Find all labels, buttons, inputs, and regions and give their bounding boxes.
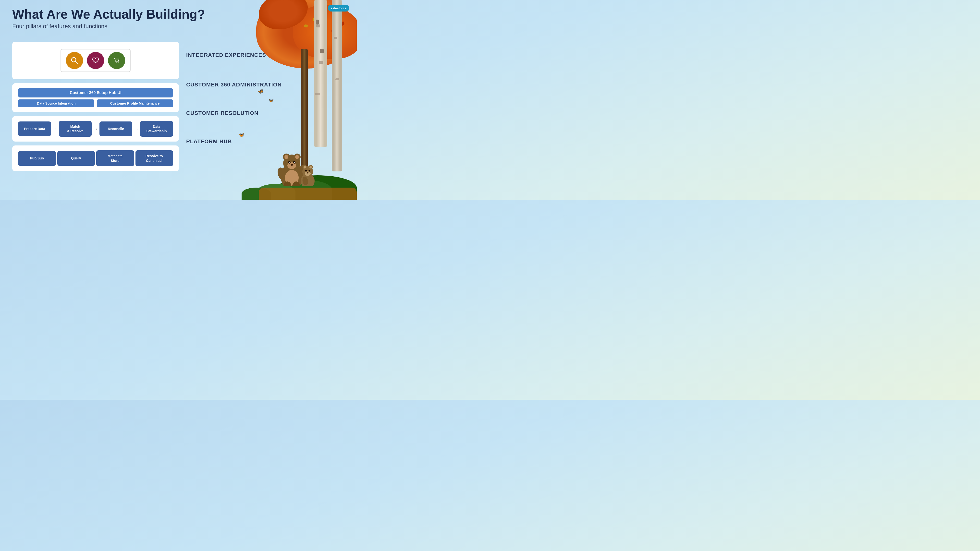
data-stewardship-btn[interactable]: DataStewardship xyxy=(140,121,173,137)
admin-chips-row: Data Source Integration Customer Profile… xyxy=(18,99,173,107)
svg-point-14 xyxy=(294,162,295,163)
label-resolution: CUSTOMER RESOLUTION xyxy=(186,101,323,125)
svg-point-8 xyxy=(294,154,301,160)
svg-point-2 xyxy=(116,62,117,63)
foliage-blob3 xyxy=(259,0,308,29)
icon-box xyxy=(60,49,130,72)
data-source-chip: Data Source Integration xyxy=(18,99,94,107)
query-btn[interactable]: Query xyxy=(57,151,95,166)
svg-point-26 xyxy=(309,166,312,168)
labels-column: INTEGRATED EXPERIENCES CUSTOMER 360 ADMI… xyxy=(186,41,323,154)
match-resolve-btn[interactable]: Match& Resolve xyxy=(59,121,92,137)
bark-mark xyxy=(316,24,320,27)
profile-maintenance-chip: Customer Profile Maintenance xyxy=(97,99,173,107)
svg-point-11 xyxy=(288,161,291,164)
svg-point-13 xyxy=(289,162,290,163)
icons-row xyxy=(18,46,173,75)
pillar-card-integrated xyxy=(12,41,179,79)
svg-point-27 xyxy=(305,171,311,176)
svg-point-19 xyxy=(283,181,291,186)
yellow-leaf xyxy=(312,16,318,22)
prepare-data-btn[interactable]: Prepare Data xyxy=(18,121,51,136)
leaf-dot xyxy=(321,32,325,35)
svg-point-30 xyxy=(307,172,309,174)
plant4 xyxy=(242,187,271,200)
svg-point-21 xyxy=(301,173,315,186)
svg-point-16 xyxy=(276,166,288,182)
yellow-leaf xyxy=(304,24,308,28)
svg-point-6 xyxy=(283,154,290,160)
svg-point-28 xyxy=(305,170,307,171)
resolve-canonical-btn[interactable]: Resolve toCanonical xyxy=(135,150,173,166)
svg-point-31 xyxy=(302,176,309,186)
svg-point-29 xyxy=(309,170,310,171)
pillars-column: Customer 360 Setup Hub UI Data Source In… xyxy=(12,41,179,171)
subtitle: Four pillars of features and functions xyxy=(12,23,205,30)
leaf-dot xyxy=(340,21,345,26)
arrow-1: → xyxy=(52,126,57,132)
svg-line-1 xyxy=(75,61,78,64)
leaf-dot xyxy=(336,36,340,40)
resolution-flow-row: Prepare Data → Match& Resolve → Reconcil… xyxy=(18,121,173,137)
main-title: What Are We Actually Building? xyxy=(12,7,205,21)
pillar-card-admin: Customer 360 Setup Hub UI Data Source In… xyxy=(12,83,179,112)
plant2 xyxy=(283,180,332,200)
svg-point-17 xyxy=(296,164,307,179)
plant3 xyxy=(256,184,296,200)
salesforce-logo: salesforce xyxy=(328,5,349,11)
svg-point-9 xyxy=(295,155,299,159)
label-admin: CUSTOMER 360 ADMINISTRATION xyxy=(186,73,323,97)
reconcile-btn[interactable]: Reconcile xyxy=(99,121,132,136)
svg-point-15 xyxy=(291,164,293,166)
heart-icon xyxy=(87,52,104,69)
arrow-3: → xyxy=(134,126,139,132)
svg-point-20 xyxy=(292,181,300,186)
search-icon xyxy=(66,52,83,69)
label-platform: PLATFORM HUB xyxy=(186,129,323,154)
ground-plants xyxy=(205,168,357,200)
autumn-ground xyxy=(259,187,357,200)
svg-point-24 xyxy=(304,166,306,168)
svg-point-25 xyxy=(309,165,313,170)
svg-point-12 xyxy=(293,161,296,164)
pillar-card-resolution: Prepare Data → Match& Resolve → Reconcil… xyxy=(12,116,179,141)
svg-point-22 xyxy=(302,166,313,177)
setup-hub-bar: Customer 360 Setup Hub UI xyxy=(18,88,173,97)
bark-mark xyxy=(336,78,339,80)
birch-trunk-2 xyxy=(332,0,342,171)
arrow-2: → xyxy=(93,126,98,132)
metadata-store-btn[interactable]: MetadataStore xyxy=(96,150,134,166)
pubsub-btn[interactable]: Pub/Sub xyxy=(18,151,56,166)
svg-point-5 xyxy=(283,154,301,171)
bark-mark xyxy=(334,37,337,39)
svg-point-3 xyxy=(118,62,119,63)
svg-point-10 xyxy=(287,162,296,169)
leaf-dot xyxy=(331,29,335,33)
title-section: What Are We Actually Building? Four pill… xyxy=(12,7,205,30)
svg-point-4 xyxy=(281,163,303,186)
svg-point-7 xyxy=(285,155,288,159)
plant1 xyxy=(278,175,357,200)
label-integrated: INTEGRATED EXPERIENCES xyxy=(186,41,323,68)
cart-icon xyxy=(108,52,125,69)
platform-flow-row: Pub/Sub Query MetadataStore Resolve toCa… xyxy=(18,150,173,166)
pillar-card-platform: Pub/Sub Query MetadataStore Resolve toCa… xyxy=(12,146,179,171)
svg-point-18 xyxy=(285,170,299,186)
svg-point-23 xyxy=(302,165,307,170)
